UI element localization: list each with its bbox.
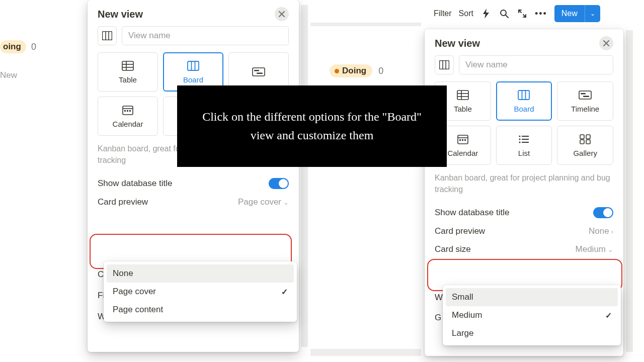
timeline-icon (252, 67, 265, 76)
truncated-setting: G (435, 313, 441, 323)
automations-button[interactable] (480, 8, 492, 19)
panel-title: New view (435, 38, 480, 49)
svg-rect-7 (188, 61, 199, 70)
view-option-timeline[interactable]: Timeline (557, 81, 613, 121)
status-count: 0 (31, 42, 36, 52)
svg-rect-16 (127, 110, 128, 112)
chevron-down-icon: ⌄ (283, 199, 289, 206)
svg-rect-48 (580, 140, 584, 144)
svg-rect-46 (580, 135, 584, 139)
svg-rect-10 (253, 68, 265, 76)
gallery-icon (580, 134, 591, 144)
close-icon (603, 40, 609, 46)
svg-rect-25 (457, 90, 468, 100)
chevron-down-icon: ⌄ (608, 246, 613, 253)
new-card-button[interactable]: New (0, 70, 17, 80)
view-name-input[interactable] (122, 26, 289, 45)
more-button[interactable]: ••• (535, 9, 547, 19)
card-preview-setting[interactable]: Card preview None› (425, 222, 623, 240)
svg-rect-12 (257, 73, 263, 74)
dropdown-item-page-cover[interactable]: Page cover ✓ (107, 283, 294, 301)
calendar-icon (122, 105, 133, 115)
check-icon: ✓ (281, 287, 288, 297)
show-database-title-setting[interactable]: Show database title (88, 174, 299, 193)
search-icon (500, 9, 509, 18)
status-column-doing: oing 0 (0, 40, 36, 53)
close-icon (279, 11, 285, 17)
view-description: Kanban board, great for project planning… (425, 172, 623, 203)
card-size-setting[interactable]: Card size Medium⌄ (425, 240, 623, 258)
instruction-callout: Click on the different options for the "… (177, 85, 447, 167)
database-toolbar: Filter Sort ••• New ⌄ (434, 5, 600, 22)
svg-rect-39 (464, 139, 466, 141)
dropdown-item-none[interactable]: None (107, 264, 294, 283)
toggle-on[interactable] (269, 178, 289, 189)
new-button[interactable]: New ⌄ (554, 5, 600, 22)
card-size-dropdown: Small Medium ✓ Large (443, 285, 621, 345)
svg-rect-37 (459, 139, 461, 141)
board-icon (439, 60, 449, 69)
chevron-right-icon: › (611, 228, 613, 235)
svg-rect-3 (122, 61, 133, 70)
view-option-table[interactable]: Table (98, 52, 158, 92)
show-database-title-setting[interactable]: Show database title (425, 203, 623, 222)
svg-rect-0 (103, 32, 112, 40)
table-icon (122, 61, 134, 71)
svg-rect-34 (583, 96, 589, 97)
svg-rect-15 (124, 110, 126, 112)
svg-rect-22 (440, 61, 449, 69)
list-icon (518, 135, 529, 144)
card-preview-setting[interactable]: Card preview Page cover⌄ (88, 193, 299, 211)
view-option-list[interactable]: List (496, 126, 552, 165)
dropdown-item-small[interactable]: Small (446, 288, 618, 306)
board-icon (187, 61, 199, 71)
board-icon (102, 31, 112, 40)
view-icon-picker[interactable] (98, 26, 117, 45)
chevron-down-icon[interactable]: ⌄ (585, 5, 600, 22)
svg-rect-17 (129, 110, 131, 112)
svg-point-42 (519, 138, 521, 140)
dropdown-item-large[interactable]: Large (446, 324, 618, 342)
sort-button[interactable]: Sort (459, 9, 473, 18)
card-preview-dropdown: None Page cover ✓ Page content (104, 261, 297, 322)
svg-point-44 (519, 141, 521, 143)
view-option-calendar[interactable]: Calendar (98, 97, 158, 136)
svg-line-19 (506, 15, 508, 18)
truncated-setting: C (98, 269, 104, 280)
status-column-doing: Doing 0 (330, 64, 383, 77)
check-icon: ✓ (605, 311, 612, 320)
close-button[interactable] (275, 7, 289, 21)
view-icon-picker[interactable] (435, 55, 454, 74)
calendar-icon (457, 134, 468, 144)
truncated-setting: W (435, 293, 443, 303)
dropdown-item-page-content[interactable]: Page content (107, 301, 294, 319)
toggle-on[interactable] (593, 207, 613, 218)
timeline-icon (579, 90, 592, 100)
filter-button[interactable]: Filter (434, 9, 452, 18)
search-button[interactable] (499, 8, 510, 19)
expand-icon (518, 10, 526, 18)
status-pill: Doing (330, 64, 372, 77)
close-button[interactable] (599, 36, 613, 50)
view-name-input[interactable] (459, 55, 613, 74)
dropdown-item-medium[interactable]: Medium ✓ (446, 306, 618, 324)
svg-rect-32 (579, 91, 591, 99)
status-count: 0 (378, 66, 383, 76)
lightning-icon (482, 9, 490, 19)
view-option-board[interactable]: Board (496, 81, 552, 121)
svg-rect-11 (254, 70, 259, 71)
svg-rect-38 (462, 139, 463, 141)
svg-rect-33 (581, 93, 586, 95)
view-option-gallery[interactable]: Gallery (557, 126, 613, 165)
table-icon (457, 90, 469, 100)
board-icon (518, 90, 530, 100)
svg-rect-49 (586, 140, 590, 144)
status-dot-icon (335, 69, 339, 73)
svg-point-40 (519, 135, 521, 137)
panel-title: New view (98, 9, 143, 20)
status-pill: oing (0, 40, 26, 53)
svg-rect-47 (586, 135, 590, 139)
expand-button[interactable] (517, 8, 528, 19)
svg-rect-29 (518, 90, 529, 100)
